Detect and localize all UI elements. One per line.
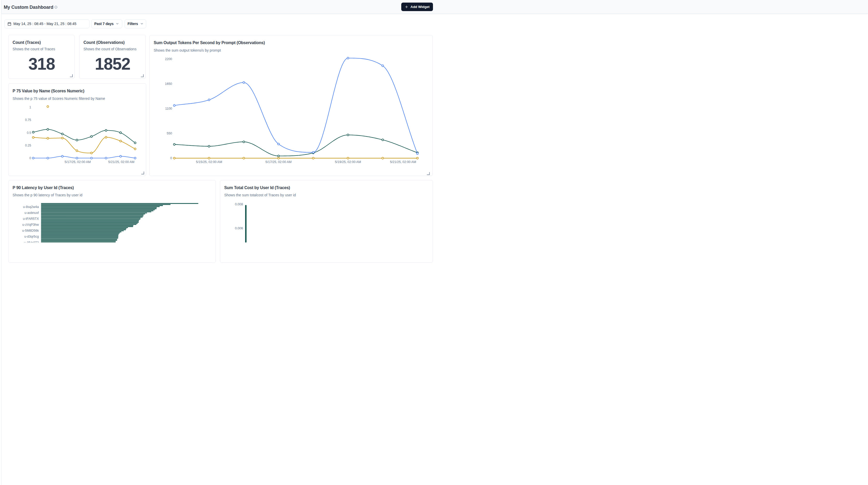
svg-text:u-d3qr5cg: u-d3qr5cg	[24, 235, 39, 238]
svg-text:1100: 1100	[165, 107, 172, 111]
svg-text:0.75: 0.75	[25, 118, 31, 122]
svg-text:u-8sq2w4a: u-8sq2w4a	[23, 205, 39, 209]
svg-text:5/21/25, 02:00 AM: 5/21/25, 02:00 AM	[108, 160, 134, 164]
svg-text:u-aobnuxf: u-aobnuxf	[25, 211, 39, 215]
svg-text:0.25: 0.25	[25, 144, 31, 147]
svg-text:0.5: 0.5	[27, 131, 31, 135]
svg-text:0: 0	[29, 156, 31, 160]
svg-text:550: 550	[166, 131, 172, 135]
svg-text:u-5M8D56k: u-5M8D56k	[22, 229, 39, 233]
svg-text:5/15/25, 02:00 AM: 5/15/25, 02:00 AM	[196, 160, 222, 164]
svg-text:u-8fVa9T3: u-8fVa9T3	[24, 241, 39, 243]
svg-text:0.006: 0.006	[235, 226, 243, 230]
svg-text:0.008: 0.008	[235, 203, 243, 206]
svg-text:5/21/25, 02:00 AM: 5/21/25, 02:00 AM	[390, 160, 416, 164]
svg-text:1: 1	[29, 105, 31, 109]
svg-text:5/19/25, 02:00 AM: 5/19/25, 02:00 AM	[335, 160, 361, 164]
svg-text:2200: 2200	[165, 57, 172, 61]
svg-text:5/17/25, 02:00 AM: 5/17/25, 02:00 AM	[265, 160, 291, 164]
svg-text:1650: 1650	[165, 82, 172, 86]
svg-text:u-tFAR5TX: u-tFAR5TX	[23, 217, 39, 220]
svg-text:0: 0	[170, 156, 172, 160]
svg-text:u-zVqP3hw: u-zVqP3hw	[23, 223, 39, 226]
svg-text:5/17/25, 02:00 AM: 5/17/25, 02:00 AM	[64, 160, 91, 164]
